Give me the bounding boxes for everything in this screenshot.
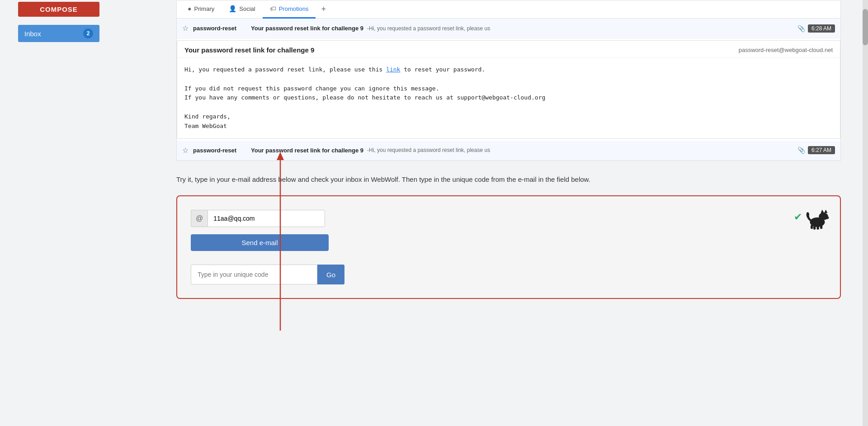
challenge-instruction: Try it, type in your e-mail address belo… (176, 175, 841, 185)
inbox-button[interactable]: Inbox 2 (18, 25, 99, 42)
email-expanded: Your password reset link for challenge 9… (177, 40, 840, 139)
check-circle-icon: ✔ (794, 211, 802, 223)
go-button[interactable]: Go (317, 265, 344, 284)
email-preview-2: -Hi, you requested a password reset link… (367, 147, 797, 153)
scrollbar[interactable] (863, 0, 868, 426)
email-time-2: 6:27 AM (808, 146, 835, 154)
svg-rect-8 (817, 226, 819, 230)
email-subject-2: Your password reset link for challenge 9 (251, 147, 363, 154)
send-email-button[interactable]: Send e-mail (191, 234, 329, 251)
body-text-2: to reset your password. (400, 66, 485, 73)
email-input[interactable] (208, 210, 325, 227)
add-tab-button[interactable]: + (317, 5, 330, 14)
body-text-7: Kind regards, (184, 113, 231, 120)
email-row-2[interactable]: ☆ password-reset Your password reset lin… (177, 141, 840, 161)
body-text-5: If you have any comments or questions, p… (184, 94, 545, 101)
email-subject-1: Your password reset link for challenge 9 (251, 25, 363, 32)
body-text-4: If you did not request this password cha… (184, 85, 439, 92)
email-input-row: @ (191, 210, 826, 227)
challenge-section: Try it, type in your e-mail address belo… (176, 161, 868, 313)
star-icon-1[interactable]: ☆ (182, 24, 189, 33)
svg-marker-5 (824, 210, 828, 213)
compose-button[interactable]: COMPOSE (18, 2, 99, 17)
email-body: Hi, you requested a password reset link,… (177, 58, 840, 138)
email-expanded-header: Your password reset link for challenge 9… (177, 41, 840, 58)
tag-icon: 🏷 (270, 5, 276, 12)
svg-marker-4 (821, 210, 825, 213)
email-row-1[interactable]: ☆ password-reset Your password reset lin… (177, 19, 840, 38)
email-sender-1: password-reset (193, 25, 247, 32)
tab-primary[interactable]: ● Primary (180, 0, 222, 19)
wolf-icon-wrapper: ✔ (794, 204, 831, 231)
inbox-badge: 2 (83, 28, 93, 38)
unique-code-row: Go (191, 265, 826, 284)
attachment-icon-1: 📎 (797, 25, 805, 32)
email-sender-2: password-reset (193, 147, 247, 154)
email-time-1: 6:28 AM (808, 24, 835, 33)
body-text-8: Team WebGoat (184, 123, 227, 129)
person-icon: 👤 (229, 5, 236, 12)
main-content: ● Primary 👤 Social 🏷 Promotions + ☆ pass… (176, 0, 868, 426)
unique-code-input[interactable] (191, 265, 317, 284)
expanded-from: password-reset@webgoat-cloud.net (739, 47, 833, 53)
svg-rect-7 (813, 226, 816, 230)
expanded-subject: Your password reset link for challenge 9 (184, 46, 314, 54)
wolf-icon (804, 204, 831, 231)
attachment-icon-2: 📎 (797, 147, 805, 154)
inbox-label: Inbox (24, 30, 41, 38)
svg-rect-10 (811, 225, 813, 229)
tabs-bar: ● Primary 👤 Social 🏷 Promotions + (177, 0, 840, 19)
body-text-1: Hi, you requested a password reset link,… (184, 66, 386, 73)
star-icon-2[interactable]: ☆ (182, 146, 189, 155)
svg-rect-9 (820, 225, 822, 229)
email-preview-1: -Hi, you requested a password reset link… (367, 25, 797, 32)
scrollbar-thumb[interactable] (863, 9, 868, 45)
tab-promotions[interactable]: 🏷 Promotions (263, 0, 316, 19)
sidebar: COMPOSE Inbox 2 (0, 0, 176, 426)
svg-point-6 (825, 217, 829, 219)
at-symbol: @ (191, 210, 208, 227)
challenge-box: ✔ (176, 195, 841, 299)
body-link[interactable]: link (386, 66, 400, 73)
inbox-icon: ● (188, 5, 191, 12)
inbox-panel: ● Primary 👤 Social 🏷 Promotions + ☆ pass… (176, 0, 841, 161)
tab-social[interactable]: 👤 Social (222, 0, 262, 19)
